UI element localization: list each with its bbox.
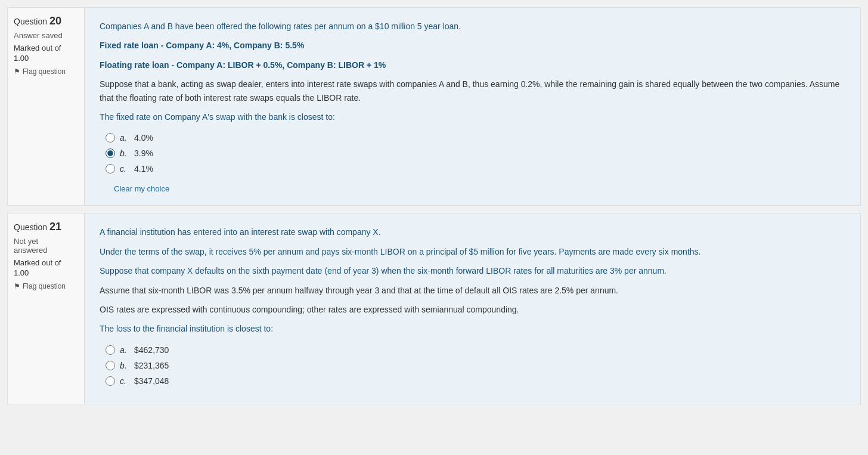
q20-radio-b[interactable] — [106, 148, 115, 158]
question-21-content: A financial institution has entered into… — [85, 213, 861, 404]
question-21-number: 21 — [49, 221, 61, 233]
q21-value-b: $231,365 — [134, 361, 169, 370]
question-21-label: Question 21 — [14, 221, 78, 233]
q20-letter-c: c. — [120, 164, 129, 174]
q21-letter-b: b. — [120, 361, 129, 370]
question-21-sidebar: Question 21 Not yet answered Marked out … — [7, 213, 85, 404]
q20-option-a: a. 4.0% — [106, 133, 846, 143]
q20-letter-a: a. — [120, 133, 129, 143]
q21-para2: Under the terms of the swap, it receives… — [100, 245, 846, 258]
q20-clear-choice[interactable]: Clear my choice — [114, 184, 169, 193]
q21-para1: A financial institution has entered into… — [100, 225, 846, 239]
q20-option-c: c. 4.1% — [106, 164, 846, 174]
q20-para2: Fixed rate loan - Company A: 4%, Company… — [100, 39, 846, 52]
q21-value-c: $347,048 — [134, 376, 169, 386]
question-21-marked-value: 1.00 — [14, 268, 78, 277]
q21-para3: Suppose that company X defaults on the s… — [100, 264, 846, 277]
question-20-marked-label: Marked out of — [14, 44, 78, 52]
q20-radio-a[interactable] — [106, 133, 115, 143]
flag-question-20[interactable]: ⚑ Flag question — [14, 67, 78, 76]
flag-question-21-label: Flag question — [23, 282, 66, 290]
q20-radio-c[interactable] — [106, 164, 115, 174]
q20-value-a: 4.0% — [134, 133, 153, 143]
q20-para4: Suppose that a bank, acting as swap deal… — [100, 78, 846, 104]
q20-options: a. 4.0% b. 3.9% c. 4.1% — [100, 133, 846, 174]
q21-radio-a[interactable] — [106, 345, 115, 355]
question-20-status: Answer saved — [14, 31, 78, 40]
q20-value-c: 4.1% — [134, 164, 153, 174]
q21-para5: OIS rates are expressed with continuous … — [100, 303, 846, 316]
q21-label-c[interactable]: c. $347,048 — [120, 376, 169, 386]
q20-option-b: b. 3.9% — [106, 148, 846, 158]
q20-label-b[interactable]: b. 3.9% — [120, 148, 153, 158]
q21-letter-c: c. — [120, 376, 129, 386]
q21-option-a: a. $462,730 — [106, 345, 846, 355]
q20-para3: Floating rate loan - Company A: LIBOR + … — [100, 58, 846, 72]
q20-value-b: 3.9% — [134, 148, 153, 158]
q21-radio-c[interactable] — [106, 376, 115, 386]
q21-radio-b[interactable] — [106, 361, 115, 370]
question-20-label: Question 20 — [14, 15, 78, 27]
q21-label-b[interactable]: b. $231,365 — [120, 361, 169, 370]
q20-letter-b: b. — [120, 148, 129, 158]
page-container: Question 20 Answer saved Marked out of 1… — [0, 0, 868, 411]
question-20-row: Question 20 Answer saved Marked out of 1… — [7, 7, 861, 206]
q21-label-a[interactable]: a. $462,730 — [120, 345, 169, 355]
flag-icon-20: ⚑ — [14, 67, 20, 76]
q20-para1: Companies A and B have been offered the … — [100, 20, 846, 33]
flag-question-20-label: Flag question — [23, 67, 66, 76]
q21-para4: Assume that six-month LIBOR was 3.5% per… — [100, 284, 846, 297]
q21-option-b: b. $231,365 — [106, 361, 846, 370]
question-20-sidebar: Question 20 Answer saved Marked out of 1… — [7, 7, 85, 206]
question-20-content: Companies A and B have been offered the … — [85, 7, 861, 206]
question-21-marked-label: Marked out of — [14, 258, 78, 267]
q20-para5: The fixed rate on Company A's swap with … — [100, 110, 846, 123]
question-21-row: Question 21 Not yet answered Marked out … — [7, 213, 861, 404]
question-20-marked-value: 1.00 — [14, 54, 78, 63]
q21-option-c: c. $347,048 — [106, 376, 846, 386]
question-21-status-line1: Not yet answered — [14, 237, 78, 255]
flag-question-21[interactable]: ⚑ Flag question — [14, 282, 78, 290]
q21-value-a: $462,730 — [134, 345, 169, 355]
q20-label-a[interactable]: a. 4.0% — [120, 133, 153, 143]
q20-label-c[interactable]: c. 4.1% — [120, 164, 153, 174]
question-20-number: 20 — [49, 15, 61, 27]
q21-letter-a: a. — [120, 345, 129, 355]
q21-para6: The loss to the financial institution is… — [100, 322, 846, 335]
flag-icon-21: ⚑ — [14, 282, 20, 290]
q21-options: a. $462,730 b. $231,365 c. $347,048 — [100, 345, 846, 386]
